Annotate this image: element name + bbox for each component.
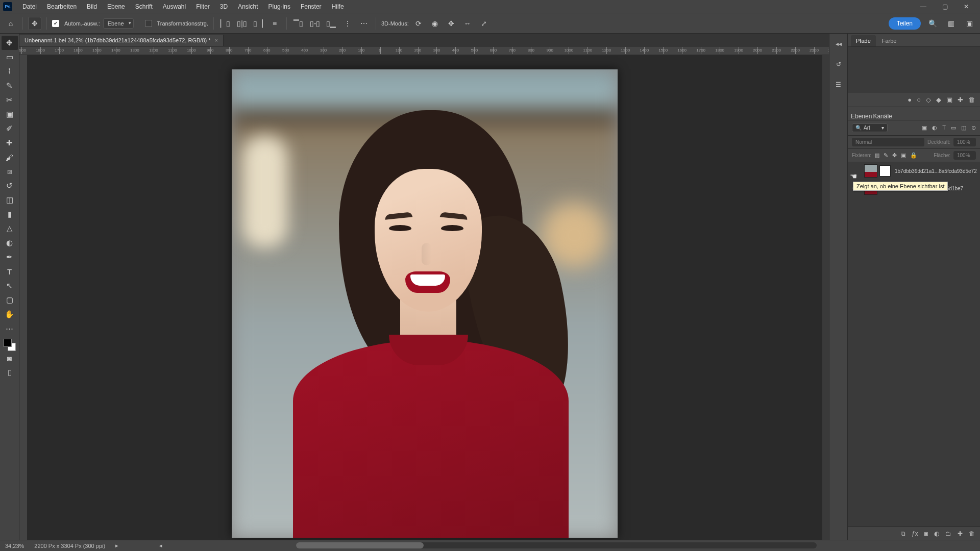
menu-datei[interactable]: Datei	[17, 3, 42, 10]
layer-filter-kind[interactable]: 🔍 Art ▾	[852, 123, 888, 132]
add-mask-icon[interactable]: ◙	[924, 530, 928, 537]
align-right-icon[interactable]: ▯▕	[252, 17, 265, 30]
auto-select-checkbox[interactable]: ✔	[52, 20, 59, 27]
screen-mode-tool[interactable]: ▯	[2, 365, 18, 380]
menu-hilfe[interactable]: Hilfe	[327, 3, 349, 10]
menu-plugins[interactable]: Plug-ins	[263, 3, 296, 10]
lock-position-icon[interactable]: ✥	[892, 152, 897, 159]
vertical-ruler[interactable]	[19, 55, 28, 540]
filter-smart-icon[interactable]: ◫	[961, 124, 966, 131]
status-chevron-icon[interactable]: ▸	[115, 542, 118, 549]
canvas-vertical-scrollbar[interactable]	[822, 55, 829, 540]
auto-select-target[interactable]: Ebene	[103, 18, 134, 29]
history-brush-tool[interactable]: ↺	[2, 179, 18, 193]
align-center-h-icon[interactable]: ▯|▯	[235, 17, 249, 30]
distribute-v-icon[interactable]: ⋮	[341, 17, 354, 30]
layer-name[interactable]: 1b7dbb39dd21a1...8a5fcda93d5e72	[895, 168, 977, 174]
align-left-icon[interactable]: ▏▯	[219, 17, 232, 30]
horizontal-ruler[interactable]: 1900180017001600150014001300120011001000…	[19, 47, 829, 55]
type-tool[interactable]: T	[2, 264, 18, 279]
blend-mode-select[interactable]: Normal	[852, 138, 924, 146]
layer-mask-thumbnail[interactable]	[879, 165, 891, 177]
lock-transparent-icon[interactable]: ▨	[874, 152, 879, 159]
align-center-v-icon[interactable]: ▯-▯	[308, 17, 322, 30]
quick-select-tool[interactable]: ✎	[2, 79, 18, 93]
menu-auswahl[interactable]: Auswahl	[158, 3, 191, 10]
add-mask-icon[interactable]: ▣	[946, 96, 952, 104]
filter-adjust-icon[interactable]: ◐	[932, 124, 937, 131]
eyedropper-tool[interactable]: ✐	[2, 121, 18, 136]
move-tool-indicator-icon[interactable]: ✥	[28, 17, 41, 30]
align-bottom-icon[interactable]: ▯▁	[325, 17, 338, 30]
lock-all-icon[interactable]: 🔒	[910, 152, 917, 159]
menu-filter[interactable]: Filter	[191, 3, 215, 10]
tab-farbe[interactable]: Farbe	[877, 35, 902, 46]
collapse-toggle-icon[interactable]: ◂◂	[831, 37, 846, 51]
filter-type-icon[interactable]: T	[942, 124, 946, 131]
gradient-tool[interactable]: ▮	[2, 207, 18, 221]
frame-tool[interactable]: ▣	[2, 107, 18, 121]
blur-tool[interactable]: △	[2, 221, 18, 236]
link-layers-icon[interactable]: ⧉	[901, 530, 905, 537]
path-stroke-icon[interactable]: ○	[917, 96, 921, 104]
new-layer-icon[interactable]: ✚	[958, 530, 963, 537]
marquee-tool[interactable]: ▭	[2, 50, 18, 64]
canvas-horizontal-scrollbar[interactable]	[296, 542, 817, 548]
align-top-icon[interactable]: ▔▯	[292, 17, 305, 30]
crop-tool[interactable]: ✂	[2, 93, 18, 107]
path-fill-icon[interactable]: ●	[908, 96, 912, 104]
new-adjustment-icon[interactable]: ◐	[934, 530, 939, 537]
stamp-tool[interactable]: ⧇	[2, 164, 18, 179]
doc-dimensions[interactable]: 2200 Px x 3304 Px (300 ppi)	[34, 543, 105, 549]
menu-bearbeiten[interactable]: Bearbeiten	[42, 3, 82, 10]
layer-row[interactable]: 1b7dbb39dd21a1...8a5fcda93d5e72	[848, 162, 980, 180]
share-button[interactable]: Teilen	[889, 17, 921, 30]
move-tool[interactable]: ✥	[2, 36, 18, 50]
properties-panel-icon[interactable]: ☰	[831, 78, 846, 92]
menu-fenster[interactable]: Fenster	[296, 3, 327, 10]
transform-controls-checkbox[interactable]: ✔	[145, 20, 152, 27]
opacity-field[interactable]: 100%	[953, 138, 976, 146]
document-tab[interactable]: Unbenannt-1 bei 34,2% (1b7dbb39dd21a1244…	[19, 35, 224, 46]
path-select-tool[interactable]: ↖	[2, 279, 18, 293]
new-group-icon[interactable]: 🗀	[945, 530, 951, 537]
new-path-icon[interactable]: ✚	[958, 96, 963, 104]
lasso-tool[interactable]: ⌇	[2, 64, 18, 79]
menu-schrift[interactable]: Schrift	[130, 3, 158, 10]
document-tab-close-icon[interactable]: ×	[215, 37, 218, 43]
filter-toggle-icon[interactable]: ⊙	[971, 124, 976, 131]
eraser-tool[interactable]: ◫	[2, 193, 18, 207]
fg-color-swatch[interactable]	[4, 339, 12, 347]
menu-3d[interactable]: 3D	[215, 3, 233, 10]
color-swatches[interactable]	[4, 339, 16, 351]
tab-kanaele[interactable]: Kanäle	[873, 113, 892, 120]
workspace-switch-icon[interactable]: ▥	[944, 17, 958, 30]
quick-mask-tool[interactable]: ◙	[2, 351, 18, 365]
edit-toolbar-icon[interactable]: ⋯	[2, 321, 18, 336]
lock-artboard-icon[interactable]: ▣	[901, 152, 906, 159]
hand-tool[interactable]: ✋	[2, 307, 18, 321]
tab-pfade[interactable]: Pfade	[851, 35, 876, 46]
window-close-button[interactable]: ✕	[955, 1, 977, 13]
dodge-tool[interactable]: ◐	[2, 236, 18, 250]
filter-shape-icon[interactable]: ▭	[951, 124, 956, 131]
delete-layer-icon[interactable]: 🗑	[969, 530, 975, 537]
distribute-h-icon[interactable]: ≡	[268, 17, 281, 30]
hscroll-thumb[interactable]	[296, 542, 424, 548]
panel-toggle-icon[interactable]: ▣	[963, 17, 976, 30]
tab-ebenen[interactable]: Ebenen	[851, 113, 872, 120]
fill-field[interactable]: 100%	[953, 151, 976, 160]
window-minimize-button[interactable]: —	[913, 1, 934, 13]
pen-tool[interactable]: ✒	[2, 250, 18, 264]
menu-ansicht[interactable]: Ansicht	[233, 3, 263, 10]
menu-bild[interactable]: Bild	[82, 3, 102, 10]
layer-thumbnail[interactable]	[864, 164, 877, 178]
search-icon[interactable]: 🔍	[926, 17, 939, 30]
healing-tool[interactable]: ✚	[2, 136, 18, 150]
layer-fx-icon[interactable]: ƒx	[912, 530, 918, 537]
history-panel-icon[interactable]: ↺	[831, 57, 846, 71]
path-to-selection-icon[interactable]: ◇	[926, 96, 931, 104]
shape-tool[interactable]: ▢	[2, 293, 18, 307]
scroll-left-icon[interactable]: ◂	[159, 542, 162, 549]
delete-path-icon[interactable]: 🗑	[968, 96, 975, 104]
